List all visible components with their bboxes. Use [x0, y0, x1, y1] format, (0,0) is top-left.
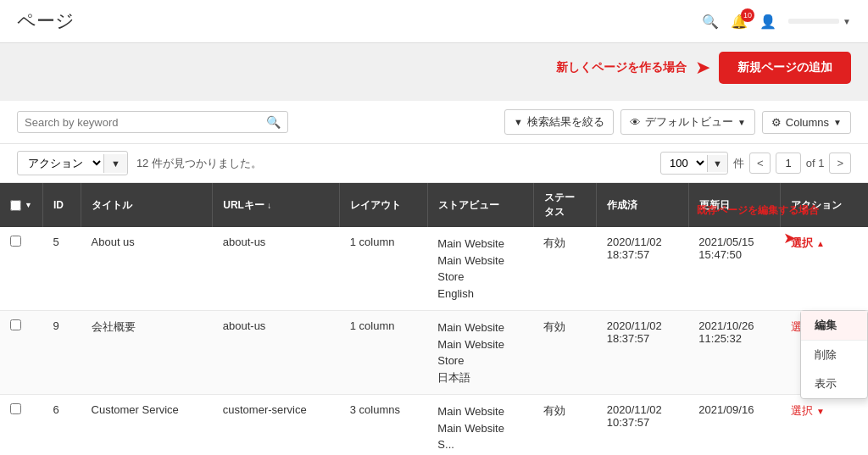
- cell-status-1: 有効: [533, 227, 596, 311]
- cell-storeview-3: Main WebsiteMain WebsiteS...: [427, 395, 533, 456]
- search-wrapper: 🔍: [17, 111, 288, 133]
- cell-storeview-2: Main WebsiteMain WebsiteStore日本語: [427, 311, 533, 395]
- cell-updated-2: 2021/10/2611:25:32: [688, 311, 781, 395]
- row-checkbox-1[interactable]: [10, 236, 21, 247]
- cell-urlkey-1: about-us: [213, 227, 340, 311]
- th-title: タイトル: [81, 183, 213, 227]
- action-select-3[interactable]: 選択 ▼: [791, 403, 858, 419]
- actions-right: 100 ▼ 件 < 1 of 1 >: [660, 152, 851, 175]
- table-row: 6 Customer Service customer-service 3 co…: [0, 395, 868, 456]
- user-area[interactable]: ▼: [788, 17, 851, 26]
- search-icon[interactable]: 🔍: [702, 14, 719, 30]
- th-created: 作成済: [597, 183, 689, 227]
- cell-urlkey-2: about-us: [213, 311, 340, 395]
- th-storeview: ストアビュー: [427, 183, 533, 227]
- th-status: ステータス: [533, 183, 596, 227]
- gear-icon: ⚙: [771, 116, 782, 129]
- action-select[interactable]: アクション: [18, 152, 103, 175]
- next-page-button[interactable]: >: [829, 153, 851, 174]
- cell-id-1: 5: [42, 227, 81, 311]
- add-button-area: 新しくページを作る場合 ➤ 新規ページの追加: [0, 43, 868, 101]
- cell-updated-1: 2021/05/1515:47:50 既存ページを編集する場合 ➤: [688, 227, 781, 311]
- prev-page-button[interactable]: <: [749, 153, 771, 174]
- header: ページ 🔍 🔔 10 👤 ▼: [0, 0, 868, 43]
- result-count: 12 件が見つかりました。: [136, 156, 262, 171]
- user-name: [788, 19, 839, 24]
- cell-id-2: 9: [42, 311, 81, 395]
- view-dropdown-icon: ▼: [737, 118, 746, 127]
- filter-icon: ▼: [514, 117, 523, 127]
- annotation-arrow-icon: ➤: [783, 229, 796, 247]
- page-number: 1: [776, 153, 800, 174]
- per-page-wrapper: 100 ▼: [660, 152, 728, 175]
- cell-title-1: About us: [81, 227, 213, 311]
- eye-icon: 👁: [630, 116, 641, 129]
- filter-results-button[interactable]: ▼ 検索結果を絞る: [504, 109, 614, 135]
- th-checkbox-arrow[interactable]: ▼: [25, 201, 32, 209]
- select-arrow-icon: ▲: [816, 239, 825, 248]
- cell-created-2: 2020/11/0218:37:57: [597, 311, 689, 395]
- cell-action-3: 選択 ▼: [781, 395, 868, 456]
- columns-button[interactable]: ⚙ Columns ▼: [762, 111, 851, 134]
- th-id: ID: [42, 183, 81, 227]
- per-page-select[interactable]: 100: [661, 153, 707, 174]
- cell-created-1: 2020/11/0218:37:57: [597, 227, 689, 311]
- action-select-active[interactable]: 選択 ▲: [791, 236, 858, 251]
- cell-storeview-1: Main WebsiteMain WebsiteStoreEnglish: [427, 227, 533, 311]
- cell-title-2: 会社概要: [81, 311, 213, 395]
- cell-layout-1: 1 column: [340, 227, 428, 311]
- edit-page-annotation: 既存ページを編集する場合: [697, 203, 819, 218]
- action-select-wrapper: アクション ▼: [17, 151, 128, 175]
- user-icon[interactable]: 👤: [760, 14, 776, 30]
- columns-dropdown-icon: ▼: [833, 118, 842, 127]
- select-arrow-3: ▼: [816, 407, 825, 416]
- cell-status-3: 有効: [533, 395, 596, 456]
- select-all-checkbox[interactable]: [10, 200, 21, 211]
- select-label-3: 選択: [791, 403, 813, 419]
- view-button[interactable]: 👁 デフォルトビュー ▼: [620, 109, 755, 135]
- search-submit-button[interactable]: 🔍: [266, 115, 281, 129]
- per-page-arrow[interactable]: ▼: [707, 155, 727, 172]
- filter-button-label: 検索結果を絞る: [527, 114, 604, 130]
- header-right: 🔍 🔔 10 👤 ▼: [702, 14, 851, 30]
- action-dropdown-menu: 編集 削除 表示: [800, 310, 868, 399]
- cell-title-3: Customer Service: [81, 395, 213, 456]
- cell-urlkey-3: customer-service: [213, 395, 340, 456]
- row-checkbox-2[interactable]: [10, 319, 21, 330]
- cell-id-3: 6: [42, 395, 81, 456]
- cell-layout-3: 3 columns: [340, 395, 428, 456]
- row-checkbox-3[interactable]: [10, 403, 21, 414]
- th-layout: レイアウト: [340, 183, 428, 227]
- dropdown-item-view[interactable]: 表示: [801, 369, 867, 398]
- actions-bar: アクション ▼ 12 件が見つかりました。 100 ▼ 件 < 1 of 1 >: [0, 144, 868, 183]
- th-urlkey: URLキー ↓: [213, 183, 340, 227]
- actions-left: アクション ▼ 12 件が見つかりました。: [17, 151, 262, 175]
- user-dropdown-icon: ▼: [843, 17, 851, 26]
- bell-badge: 10: [741, 8, 754, 22]
- th-checkbox: ▼: [0, 183, 42, 227]
- dropdown-item-edit[interactable]: 編集: [801, 311, 867, 341]
- table-wrapper: ▼ ID タイトル URLキー ↓ レイアウト ストアビュー ステータス 作成済…: [0, 183, 868, 455]
- page-title: ページ: [17, 8, 75, 34]
- cell-layout-2: 1 column: [340, 311, 428, 395]
- items-label: 件: [733, 156, 744, 171]
- page-of: of 1: [806, 157, 825, 169]
- filter-right: ▼ 検索結果を絞る 👁 デフォルトビュー ▼ ⚙ Columns ▼: [504, 109, 851, 135]
- table-row: 9 会社概要 about-us 1 column Main WebsiteMai…: [0, 311, 868, 395]
- filter-bar: 🔍 ▼ 検索結果を絞る 👁 デフォルトビュー ▼ ⚙ Columns ▼: [0, 101, 868, 144]
- arrow-right-icon: ➤: [695, 57, 710, 79]
- cell-updated-3: 2021/09/16: [688, 395, 781, 456]
- view-button-label: デフォルトビュー: [645, 114, 733, 130]
- add-page-button[interactable]: 新規ページの追加: [719, 52, 851, 84]
- columns-button-label: Columns: [786, 116, 829, 129]
- action-select-arrow[interactable]: ▼: [103, 154, 127, 173]
- bell-wrapper[interactable]: 🔔 10: [731, 14, 748, 30]
- table-row: 5 About us about-us 1 column Main Websit…: [0, 227, 868, 311]
- cell-created-3: 2020/11/0210:37:57: [597, 395, 689, 456]
- new-page-annotation: 新しくページを作る場合: [556, 60, 687, 75]
- search-input[interactable]: [25, 116, 266, 129]
- dropdown-item-delete[interactable]: 削除: [801, 341, 867, 369]
- cell-status-2: 有効: [533, 311, 596, 395]
